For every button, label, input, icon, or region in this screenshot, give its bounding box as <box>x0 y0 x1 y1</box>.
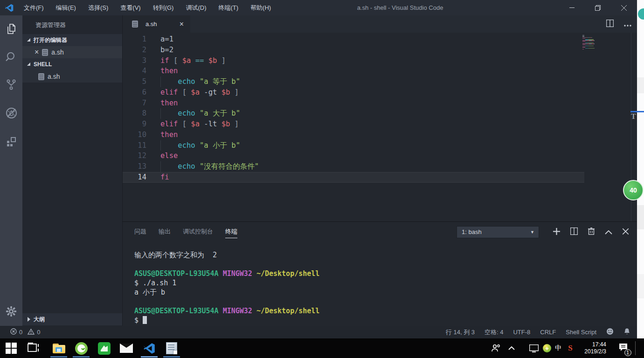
menu-7[interactable]: 帮助(H) <box>244 0 277 15</box>
shell-file-icon <box>38 73 44 80</box>
menu-1[interactable]: 编辑(E) <box>50 0 82 15</box>
taskbar-clock[interactable]: 17:44 2019/2/3 <box>577 338 606 358</box>
panel-tab-0[interactable]: 问题 <box>134 227 146 238</box>
code-line-1[interactable]: 1a=1 <box>123 34 584 45</box>
explorer-icon[interactable] <box>0 20 22 38</box>
close-panel-icon[interactable] <box>623 228 629 236</box>
more-actions-icon[interactable] <box>624 20 631 28</box>
action-center-icon[interactable]: 1 <box>615 338 631 358</box>
menu-4[interactable]: 转到(G) <box>147 0 180 15</box>
indentation[interactable]: 空格: 4 <box>485 328 503 337</box>
code-editor[interactable]: 1a=12b=23if [ $a == $b ]4then5 echo "a 等… <box>122 33 637 221</box>
close-editor-icon[interactable]: × <box>35 49 39 55</box>
terminal-select[interactable]: 1: bash ▼ <box>457 226 539 238</box>
split-terminal-icon[interactable] <box>570 227 578 237</box>
restore-button[interactable] <box>585 0 611 15</box>
taskbar-wps-office[interactable] <box>94 338 114 358</box>
task-view-button[interactable] <box>23 338 44 358</box>
code-line-10[interactable]: 10then <box>123 130 584 140</box>
errors-count[interactable]: 0 <box>19 329 22 336</box>
code-line-14[interactable]: 14fi <box>123 172 584 183</box>
tree-item-ash[interactable]: a.sh <box>22 70 122 83</box>
tray-speedball-icon[interactable]: + <box>541 338 553 358</box>
background-t-glyph: T <box>631 112 637 120</box>
code-line-7[interactable]: 7then <box>123 98 584 109</box>
cursor-position[interactable]: 行 14, 列 3 <box>446 328 475 337</box>
terminal-line: a 小于 b <box>134 288 319 297</box>
minimize-button[interactable] <box>559 0 585 15</box>
code-line-4[interactable]: 4then <box>123 66 584 76</box>
twistie-expanded-icon <box>27 62 30 66</box>
tray-display-icon[interactable] <box>528 338 540 358</box>
terminal-output[interactable]: 输入的两个数字之和为 2 ASUS@DESKTOP-L93U54A MINGW3… <box>134 250 319 325</box>
encoding[interactable]: UTF-8 <box>513 329 530 336</box>
tray-chevron-up-icon[interactable] <box>506 338 518 358</box>
debug-icon[interactable] <box>0 103 22 122</box>
language-mode[interactable]: Shell Script <box>566 329 596 336</box>
eol-sequence[interactable]: CRLF <box>540 329 556 336</box>
background-window-strip <box>637 0 644 338</box>
menu-6[interactable]: 终端(T) <box>212 0 244 15</box>
folder-section-shell[interactable]: SHELL <box>22 58 122 70</box>
tab-close-icon[interactable]: × <box>180 20 184 28</box>
floating-speed-badge[interactable]: 40 <box>623 180 644 200</box>
extensions-icon[interactable] <box>0 132 22 151</box>
code-line-13[interactable]: 13 echo "没有符合的条件" <box>123 161 584 172</box>
warnings-count[interactable]: 0 <box>37 329 40 336</box>
taskbar-browser-360[interactable] <box>71 338 91 358</box>
kill-terminal-icon[interactable] <box>588 227 595 237</box>
tab-ash[interactable]: a.sh × <box>123 15 190 33</box>
open-editors-section[interactable]: 打开的编辑器 <box>22 34 122 46</box>
maximize-panel-icon[interactable] <box>605 228 612 236</box>
open-editor-item-ash[interactable]: × a.sh <box>22 46 122 58</box>
panel-tab-1[interactable]: 输出 <box>159 227 171 238</box>
start-button[interactable] <box>1 338 21 358</box>
settings-gear-icon[interactable] <box>0 302 22 321</box>
outline-section[interactable]: 大纲 <box>22 313 122 325</box>
code-line-2[interactable]: 2b=2 <box>123 45 584 55</box>
bottom-panel: 问题输出调试控制台终端 1: bash ▼ 输入的两个数字之和为 2 ASUS@… <box>122 221 637 326</box>
close-window-button[interactable] <box>611 0 637 15</box>
code-line-9[interactable]: 9elif [ $a -lt $b ] <box>123 119 584 130</box>
window-title: a.sh - shell - Visual Studio Code <box>357 4 443 11</box>
code-line-3[interactable]: 3if [ $a == $b ] <box>123 55 584 66</box>
errors-icon[interactable] <box>10 328 17 336</box>
code-line-11[interactable]: 11 echo "a 小于 b" <box>123 140 584 151</box>
menu-2[interactable]: 选择(S) <box>82 0 114 15</box>
vscode-logo-icon[interactable] <box>5 3 14 13</box>
search-icon[interactable] <box>0 48 22 66</box>
code-line-12[interactable]: 12else <box>123 151 584 161</box>
taskbar-vscode[interactable] <box>139 338 159 358</box>
tray-sogou-icon[interactable]: S <box>564 338 576 358</box>
minimap[interactable] <box>582 35 631 50</box>
panel-tab-3[interactable]: 终端 <box>225 227 237 238</box>
dropdown-caret-icon: ▼ <box>530 227 534 238</box>
terminal-line: $ <box>134 316 319 325</box>
tray-ime-indicator[interactable]: 中 <box>552 338 564 358</box>
menu-3[interactable]: 查看(V) <box>114 0 146 15</box>
source-control-icon[interactable] <box>0 75 22 94</box>
editor-tab-bar: a.sh × <box>122 15 637 33</box>
status-bar: 0 0 行 14, 列 3 空格: 4 UTF-8 CRLF Shell Scr… <box>0 326 637 338</box>
tray-people-icon[interactable] <box>489 338 503 358</box>
code-line-5[interactable]: 5 echo "a 等于 b" <box>123 76 584 87</box>
terminal-line <box>134 260 319 269</box>
split-editor-icon[interactable] <box>606 20 614 29</box>
feedback-smiley-icon[interactable] <box>606 328 614 337</box>
menu-5[interactable]: 调试(D) <box>180 0 212 15</box>
terminal-line <box>134 297 319 306</box>
taskbar-mail[interactable] <box>116 338 137 358</box>
code-line-6[interactable]: 6elif [ $a -gt $b ] <box>123 87 584 98</box>
terminal-line: ASUS@DESKTOP-L93U54A MINGW32 ~/Desktop/s… <box>134 306 319 316</box>
windows-taskbar: + 中 S 17:44 2019/2/3 1 <box>0 338 644 358</box>
warnings-icon[interactable] <box>28 329 35 336</box>
new-terminal-icon[interactable] <box>553 228 560 237</box>
menu-0[interactable]: 文件(F) <box>18 0 50 15</box>
panel-tab-2[interactable]: 调试控制台 <box>183 227 213 238</box>
code-line-8[interactable]: 8 echo "a 大于 b" <box>123 108 584 119</box>
taskbar-file-explorer[interactable] <box>48 338 69 358</box>
notifications-bell-icon[interactable] <box>623 328 630 337</box>
taskbar-notepad[interactable] <box>161 338 182 358</box>
terminal-line: $ ./a.sh 1 <box>134 278 319 288</box>
terminal-cursor <box>143 316 147 324</box>
